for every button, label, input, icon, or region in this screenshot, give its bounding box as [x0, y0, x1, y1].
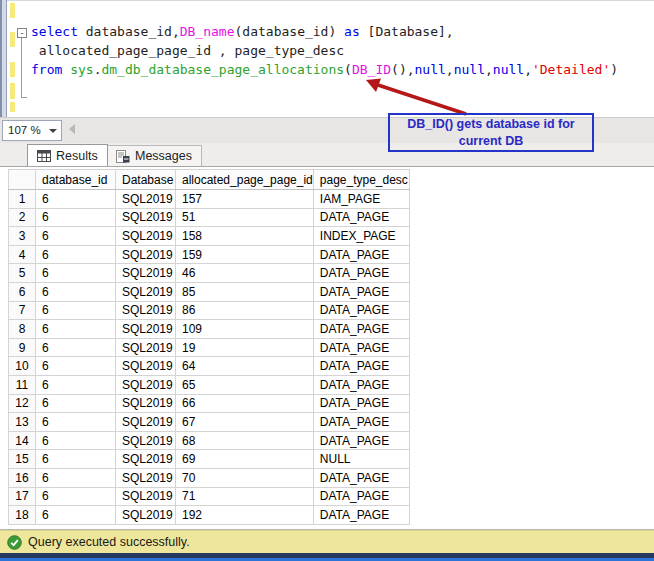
grid-row-number[interactable]: 1	[9, 190, 36, 209]
grid-row-number[interactable]: 3	[9, 227, 36, 246]
grid-row-number[interactable]: 10	[9, 357, 36, 376]
code-collapse-toggle-icon[interactable]: -	[17, 28, 27, 38]
grid-cell[interactable]: DATA_PAGE	[313, 320, 409, 339]
grid-cell[interactable]: IAM_PAGE	[313, 190, 409, 209]
grid-row-number[interactable]: 2	[9, 208, 36, 227]
grid-cell[interactable]: 6	[36, 357, 116, 376]
grid-cell[interactable]: 86	[176, 301, 314, 320]
grid-cell[interactable]: 6	[36, 320, 116, 339]
grid-column-header[interactable]: Database	[116, 170, 176, 190]
grid-cell[interactable]: SQL2019	[116, 375, 176, 394]
grid-cell[interactable]: SQL2019	[116, 227, 176, 246]
grid-cell[interactable]: 6	[36, 375, 116, 394]
grid-cell[interactable]: 19	[176, 338, 314, 357]
grid-cell[interactable]: 6	[36, 506, 116, 525]
grid-cell[interactable]: DATA_PAGE	[313, 208, 409, 227]
results-grid[interactable]: database_idDatabaseallocated_page_page_i…	[8, 169, 410, 525]
grid-row-number[interactable]: 12	[9, 394, 36, 413]
grid-row-number[interactable]: 9	[9, 338, 36, 357]
grid-row-number[interactable]: 6	[9, 282, 36, 301]
grid-cell[interactable]: DATA_PAGE	[313, 282, 409, 301]
grid-cell[interactable]: SQL2019	[116, 506, 176, 525]
grid-cell[interactable]: 85	[176, 282, 314, 301]
grid-column-header[interactable]: allocated_page_page_id	[176, 170, 314, 190]
grid-cell[interactable]: DATA_PAGE	[313, 413, 409, 432]
grid-cell[interactable]: 6	[36, 468, 116, 487]
grid-cell[interactable]: 51	[176, 208, 314, 227]
grid-cell[interactable]: 70	[176, 468, 314, 487]
grid-cell[interactable]: DATA_PAGE	[313, 394, 409, 413]
grid-cell[interactable]: 6	[36, 190, 116, 209]
scroll-left-arrow-icon[interactable]	[69, 124, 75, 134]
grid-cell[interactable]: 6	[36, 227, 116, 246]
grid-cell[interactable]: 68	[176, 431, 314, 450]
grid-cell[interactable]: SQL2019	[116, 301, 176, 320]
grid-cell[interactable]: DATA_PAGE	[313, 487, 409, 506]
grid-cell[interactable]: 6	[36, 487, 116, 506]
grid-cell[interactable]: SQL2019	[116, 320, 176, 339]
grid-cell[interactable]: 71	[176, 487, 314, 506]
grid-cell[interactable]: SQL2019	[116, 264, 176, 283]
grid-row-number[interactable]: 7	[9, 301, 36, 320]
grid-cell[interactable]: DATA_PAGE	[313, 506, 409, 525]
tab-messages[interactable]: Messages	[106, 145, 202, 166]
sql-editor[interactable]: - select database_id,DB_name(database_id…	[7, 0, 654, 117]
grid-row-number[interactable]: 14	[9, 431, 36, 450]
grid-cell[interactable]: 64	[176, 357, 314, 376]
grid-cell[interactable]: SQL2019	[116, 450, 176, 469]
grid-cell[interactable]: SQL2019	[116, 245, 176, 264]
grid-cell[interactable]: SQL2019	[116, 413, 176, 432]
grid-row-number[interactable]: 11	[9, 375, 36, 394]
grid-cell[interactable]: SQL2019	[116, 357, 176, 376]
grid-row-number[interactable]: 13	[9, 413, 36, 432]
grid-column-header[interactable]: database_id	[36, 170, 116, 190]
grid-cell[interactable]: DATA_PAGE	[313, 264, 409, 283]
grid-cell[interactable]: DATA_PAGE	[313, 431, 409, 450]
grid-row-number[interactable]: 8	[9, 320, 36, 339]
grid-cell[interactable]: SQL2019	[116, 431, 176, 450]
grid-row-number[interactable]: 5	[9, 264, 36, 283]
grid-cell[interactable]: 6	[36, 450, 116, 469]
grid-row-number[interactable]: 4	[9, 245, 36, 264]
editor-zoom-dropdown[interactable]: 107 %	[2, 120, 62, 141]
sql-code[interactable]: select database_id,DB_name(database_id) …	[31, 22, 654, 117]
grid-row-number[interactable]: 18	[9, 506, 36, 525]
grid-cell[interactable]: DATA_PAGE	[313, 301, 409, 320]
grid-cell[interactable]: NULL	[313, 450, 409, 469]
grid-cell[interactable]: 6	[36, 264, 116, 283]
grid-cell[interactable]: 6	[36, 208, 116, 227]
grid-cell[interactable]: 6	[36, 394, 116, 413]
grid-cell[interactable]: 46	[176, 264, 314, 283]
grid-cell[interactable]: 159	[176, 245, 314, 264]
grid-cell[interactable]: 6	[36, 301, 116, 320]
grid-cell[interactable]: 66	[176, 394, 314, 413]
grid-cell[interactable]: SQL2019	[116, 190, 176, 209]
grid-cell[interactable]: DATA_PAGE	[313, 357, 409, 376]
grid-cell[interactable]: 6	[36, 338, 116, 357]
grid-cell[interactable]: 109	[176, 320, 314, 339]
grid-cell[interactable]: DATA_PAGE	[313, 468, 409, 487]
grid-row-number[interactable]: 15	[9, 450, 36, 469]
grid-header[interactable]: database_idDatabaseallocated_page_page_i…	[9, 170, 410, 190]
grid-corner-header[interactable]	[9, 170, 36, 190]
grid-cell[interactable]: 6	[36, 282, 116, 301]
grid-cell[interactable]: DATA_PAGE	[313, 375, 409, 394]
grid-cell[interactable]: SQL2019	[116, 487, 176, 506]
grid-cell[interactable]: INDEX_PAGE	[313, 227, 409, 246]
grid-cell[interactable]: 157	[176, 190, 314, 209]
grid-cell[interactable]: DATA_PAGE	[313, 338, 409, 357]
grid-cell[interactable]: 6	[36, 413, 116, 432]
grid-cell[interactable]: SQL2019	[116, 208, 176, 227]
grid-row-number[interactable]: 17	[9, 487, 36, 506]
grid-cell[interactable]: SQL2019	[116, 282, 176, 301]
grid-cell[interactable]: 69	[176, 450, 314, 469]
grid-cell[interactable]: 67	[176, 413, 314, 432]
grid-cell[interactable]: SQL2019	[116, 468, 176, 487]
grid-cell[interactable]: 65	[176, 375, 314, 394]
grid-cell[interactable]: 192	[176, 506, 314, 525]
grid-column-header[interactable]: page_type_desc	[313, 170, 409, 190]
grid-cell[interactable]: DATA_PAGE	[313, 245, 409, 264]
grid-cell[interactable]: SQL2019	[116, 394, 176, 413]
grid-cell[interactable]: 6	[36, 431, 116, 450]
grid-cell[interactable]: 158	[176, 227, 314, 246]
